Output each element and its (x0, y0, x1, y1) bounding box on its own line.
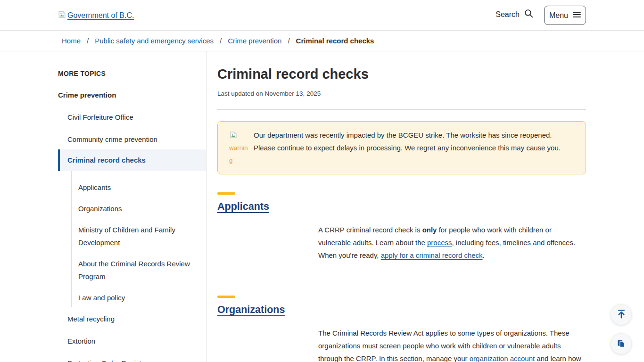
hamburger-icon (573, 11, 581, 20)
breadcrumb-separator: / (288, 37, 289, 45)
copy-pages-icon (616, 338, 626, 350)
site-header: Government of B.C. Search Menu (0, 0, 644, 31)
inline-link[interactable]: apply for a criminal record check (381, 251, 483, 259)
breadcrumb: Home / Public safety and emergency servi… (0, 31, 644, 51)
sidebar-item-organizations[interactable]: Organizations (78, 202, 206, 215)
content-divider (217, 109, 586, 110)
applicants-paragraph: A CRRP criminal record check is only for… (217, 223, 586, 262)
search-label: Search (495, 10, 520, 19)
breadcrumb-separator: / (87, 37, 89, 45)
broken-image-icon (229, 131, 238, 139)
breadcrumb-link-home[interactable]: Home (62, 37, 81, 45)
government-bc-logo-link[interactable]: Government of B.C. (58, 10, 134, 20)
sidebar-item-protection-order-registry[interactable]: Protection Order Registry (58, 359, 206, 362)
back-to-top-button[interactable] (611, 304, 632, 325)
applicants-section-heading-link[interactable]: Applicants (217, 200, 269, 213)
breadcrumb-link-public-safety[interactable]: Public safety and emergency services (95, 37, 214, 45)
arrow-up-to-line-icon (616, 309, 627, 321)
sidebar-nav: MORE TOPICS Crime prevention Civil Forfe… (58, 69, 206, 362)
alert-message: Our department was recently impacted by … (254, 129, 575, 167)
sidebar-item-community-crime-prevention[interactable]: Community crime prevention (58, 135, 206, 144)
sidebar-item-extortion[interactable]: Extortion (58, 337, 206, 346)
sidebar-item-about-crrp[interactable]: About the Criminal Records Review Progra… (78, 257, 206, 283)
sidebar-heading: MORE TOPICS (58, 69, 206, 78)
search-icon (524, 8, 534, 20)
menu-label: Menu (549, 11, 568, 20)
inline-link[interactable]: process (427, 239, 452, 247)
breadcrumb-current: Criminal record checks (296, 37, 374, 45)
sidebar-item-ministry-children-family[interactable]: Ministry of Children and Family Developm… (78, 223, 206, 249)
sidebar-content-divider (206, 51, 206, 362)
content-divider (217, 276, 586, 276)
organizations-paragraph: The Criminal Records Review Act applies … (217, 327, 586, 362)
sidebar-item-crime-prevention[interactable]: Crime prevention (58, 90, 206, 100)
menu-button[interactable]: Menu (544, 6, 586, 25)
inline-link[interactable]: organization account (470, 354, 535, 362)
broken-image-icon (58, 10, 66, 20)
sidebar-item-civil-forfeiture-office[interactable]: Civil Forfeiture Office (58, 113, 206, 122)
alert-banner: warning Our department was recently impa… (217, 121, 586, 174)
sidebar-sublist: Applicants Organizations Ministry of Chi… (71, 171, 206, 307)
last-updated-text: Last updated on November 13, 2025 (217, 90, 586, 97)
text-segment: . (483, 251, 485, 259)
page-title: Criminal record checks (217, 66, 586, 82)
breadcrumb-link-crime-prevention[interactable]: Crime prevention (228, 37, 281, 45)
logo-alt-text: Government of B.C. (67, 11, 134, 20)
main-content: Criminal record checks Last updated on N… (217, 51, 586, 362)
sidebar-item-law-and-policy[interactable]: Law and policy (78, 291, 206, 304)
search-button[interactable]: Search (495, 8, 534, 20)
sidebar-item-applicants[interactable]: Applicants (78, 181, 206, 194)
sidebar-item-metal-recycling[interactable]: Metal recycling (58, 314, 206, 324)
alert-icon-alt-text: warning (229, 144, 248, 164)
alert-broken-image: warning (229, 129, 249, 167)
breadcrumb-separator: / (220, 37, 222, 45)
bold-text: only (422, 226, 437, 234)
sidebar-item-criminal-record-checks-active[interactable]: Criminal record checks (58, 149, 206, 171)
organizations-section-heading-link[interactable]: Organizations (217, 304, 285, 316)
text-segment: A CRRP criminal record check is (318, 226, 422, 234)
copy-page-button[interactable] (611, 333, 632, 354)
